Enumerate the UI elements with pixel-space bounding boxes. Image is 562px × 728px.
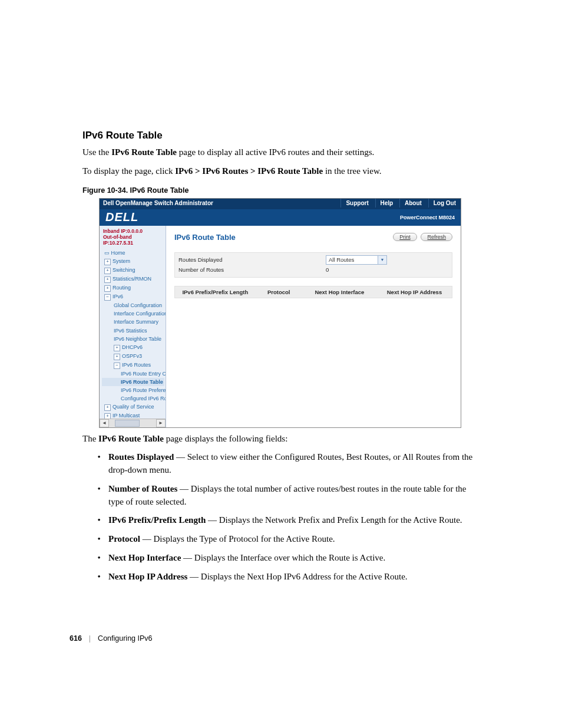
button-label: Refresh: [427, 234, 446, 240]
intro-paragraph: Use the IPv6 Route Table page to display…: [82, 146, 482, 159]
nav-tree: ▭ Home +System +Switching +Statistics/RM…: [100, 247, 166, 418]
tree-ipv6[interactable]: −IPv6: [102, 292, 164, 301]
expand-icon[interactable]: +: [104, 268, 111, 274]
expand-icon[interactable]: +: [104, 259, 111, 265]
main-panel: IPv6 Route Table Print Refresh Routes Di…: [166, 226, 461, 427]
refresh-button[interactable]: Refresh: [421, 233, 452, 241]
ip-info: Inband IP:0.0.0.0 Out-of-band IP:10.27.5…: [100, 226, 166, 248]
route-table-header: IPv6 Prefix/Prefix Length Protocol Next …: [174, 286, 452, 298]
expand-icon[interactable]: +: [114, 345, 120, 351]
brand-bar: DELL PowerConnect M8024: [100, 209, 461, 226]
col-prefix: IPv6 Prefix/Prefix Length: [175, 286, 256, 298]
window-title: Dell OpenManage Switch Administrator: [100, 199, 340, 209]
col-next-hop-iface: Next Hop Interface: [302, 286, 377, 298]
scroll-left-icon[interactable]: ◄: [100, 419, 109, 427]
routes-displayed-select[interactable]: All Routes ▼: [326, 255, 387, 265]
list-item: IPv6 Prefix/Prefix Length — Displays the…: [107, 514, 482, 527]
figure-screenshot: Dell OpenManage Switch Administrator Sup…: [99, 198, 461, 428]
page-footer: 616 | Configuring IPv6: [70, 634, 153, 643]
section-heading: IPv6 Route Table: [82, 130, 482, 141]
field-term: Routes Displayed: [108, 452, 174, 462]
collapse-icon[interactable]: −: [114, 363, 120, 369]
tree-label: OSPFv3: [122, 353, 142, 359]
tree-qos[interactable]: +Quality of Service: [102, 403, 164, 411]
collapse-icon[interactable]: −: [104, 294, 111, 301]
button-label: Print: [399, 234, 411, 240]
field-term: Protocol: [108, 534, 140, 543]
tree-label: IPv6: [113, 294, 123, 299]
list-item: Next Hop Interface — Displays the Interf…: [107, 552, 482, 565]
select-value: All Routes: [329, 256, 354, 263]
tree-cfg-routes[interactable]: Configured IPv6 Route: [102, 394, 164, 403]
tree-stats[interactable]: +Statistics/RMON: [102, 275, 164, 284]
product-name: PowerConnect M8024: [400, 215, 455, 220]
field-term: Next Hop Interface: [108, 553, 181, 562]
tree-route-pref[interactable]: IPv6 Route Preference: [102, 386, 164, 394]
tree-label: Routing: [113, 285, 131, 291]
field-desc: — Displays the Network Prefix and Prefix…: [206, 515, 462, 525]
support-link[interactable]: Support: [340, 199, 373, 207]
tree-label: Quality of Service: [113, 404, 154, 410]
header-links: Support Help About Log Out: [340, 199, 461, 209]
field-desc: — Displays the Next Hop IPv6 Address for…: [187, 572, 407, 581]
text: in the tree view.: [323, 166, 381, 176]
help-link[interactable]: Help: [375, 199, 398, 207]
tree-ipv6-stats[interactable]: IPv6 Statistics: [102, 327, 164, 335]
expand-icon[interactable]: +: [104, 413, 111, 418]
number-of-routes-label: Number of Routes: [178, 266, 326, 273]
list-item: Next Hop IP Address — Displays the Next …: [107, 571, 482, 584]
text: The: [82, 434, 98, 443]
home-icon: ▭: [104, 250, 110, 256]
outofband-ip: Out-of-band IP:10.27.5.31: [103, 234, 163, 246]
tree-switching[interactable]: +Switching: [102, 266, 164, 275]
tree-iface-sum[interactable]: Interface Summary: [102, 318, 164, 326]
field-desc: — Displays the Interface over which the …: [181, 553, 385, 562]
action-buttons: Print Refresh: [391, 233, 452, 241]
page-title: IPv6 Route Table: [174, 233, 236, 242]
logout-link[interactable]: Log Out: [428, 199, 461, 207]
field-term: IPv6 Prefix/Prefix Length: [108, 515, 206, 525]
inband-ip: Inband IP:0.0.0.0: [103, 228, 163, 234]
tree-routing[interactable]: +Routing: [102, 284, 164, 292]
about-link[interactable]: About: [399, 199, 427, 207]
tree-label: System: [113, 258, 130, 264]
text: page to display all active IPv6 routes a…: [177, 147, 374, 157]
tree-global-cfg[interactable]: Global Configuration: [102, 301, 164, 309]
nav-paragraph: To display the page, click IPv6 > IPv6 R…: [82, 165, 482, 178]
routes-displayed-label: Routes Displayed: [178, 256, 326, 263]
text: Use the: [82, 147, 111, 157]
tree-dhcpv6[interactable]: +DHCPv6: [102, 343, 164, 352]
expand-icon[interactable]: +: [104, 276, 111, 283]
tree-routes[interactable]: −IPv6 Routes: [102, 361, 164, 370]
tree-ipm[interactable]: +IP Multicast: [102, 411, 164, 418]
scroll-right-icon[interactable]: ►: [156, 419, 166, 427]
text-bold: IPv6 Route Table: [98, 434, 164, 443]
tree-route-entry[interactable]: IPv6 Route Entry Con: [102, 370, 164, 378]
tree-system[interactable]: +System: [102, 257, 164, 266]
tree-iface-cfg[interactable]: Interface Configuration: [102, 309, 164, 318]
text: To display the page, click: [82, 166, 175, 176]
page-number: 616: [70, 634, 82, 643]
expand-icon[interactable]: +: [104, 285, 111, 292]
number-of-routes-value: 0: [326, 266, 329, 273]
col-next-hop-ip: Next Hop IP Address: [377, 286, 452, 298]
tree-ospfv3[interactable]: +OSPFv3: [102, 352, 164, 361]
tree-neighbor[interactable]: IPv6 Neighbor Table: [102, 335, 164, 343]
footer-separator: |: [89, 634, 91, 643]
expand-icon[interactable]: +: [104, 404, 111, 411]
footer-section: Configuring IPv6: [98, 634, 152, 643]
figure-caption: Figure 10-34. IPv6 Route Table: [82, 186, 482, 195]
tree-route-table[interactable]: IPv6 Route Table: [102, 378, 164, 386]
chevron-down-icon: ▼: [378, 256, 386, 264]
tree-label: Switching: [113, 267, 135, 273]
tree-label: Home: [111, 250, 125, 256]
field-term: Number of Routes: [108, 484, 177, 493]
scroll-thumb[interactable]: [115, 420, 140, 427]
expand-icon[interactable]: +: [114, 354, 120, 360]
tree-label: IPv6 Routes: [122, 362, 151, 368]
scroll-track[interactable]: [109, 420, 156, 427]
print-button[interactable]: Print: [393, 233, 417, 241]
tree-home[interactable]: ▭ Home: [102, 249, 164, 257]
navigation-sidebar: Inband IP:0.0.0.0 Out-of-band IP:10.27.5…: [100, 226, 166, 427]
sidebar-scrollbar[interactable]: ◄ ►: [100, 419, 166, 427]
